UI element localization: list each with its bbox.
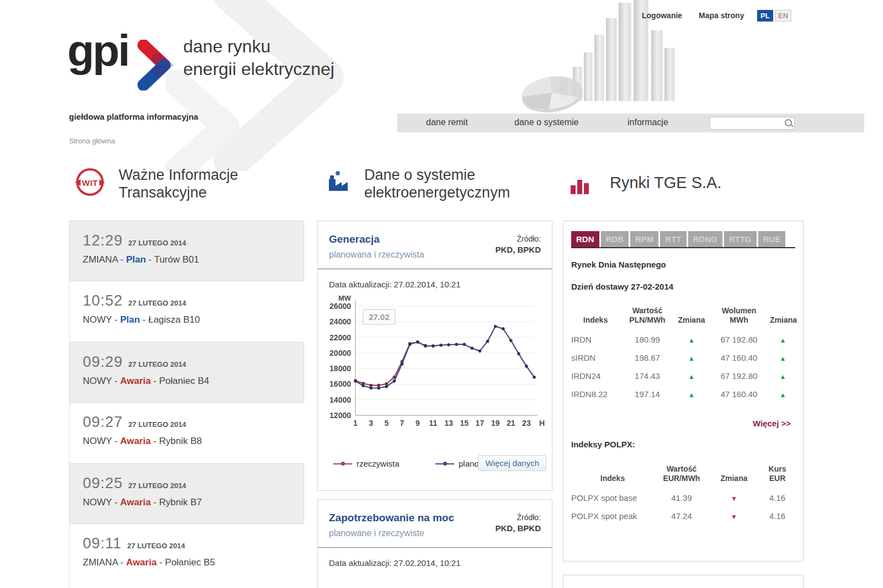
legend-item-rzeczywista: rzeczywista: [333, 459, 400, 468]
wit-entry-head: 09:2727 LUTEGO 2014: [83, 414, 304, 431]
wit-entry-date: 27 LUTEGO 2014: [129, 360, 187, 368]
rate-cell: 4.16: [759, 507, 796, 525]
tab-rtt[interactable]: RTT: [660, 231, 686, 247]
bar-chart-icon: [570, 175, 593, 196]
wit-icon: WIT: [76, 168, 104, 196]
more-data-button[interactable]: Więcej danych: [478, 455, 546, 471]
generation-line-chart: 1200014000160001800020000220002400026000…: [323, 293, 546, 439]
svg-text:H: H: [539, 419, 545, 427]
divider: [318, 547, 552, 548]
value-cell: 47.24: [654, 507, 709, 525]
tab-rttg[interactable]: RTTG: [724, 231, 757, 247]
wit-entry-action: NOWY: [83, 376, 112, 386]
breadcrumb[interactable]: Strona główna: [69, 137, 115, 145]
wit-entry-description: NOWY - Plan - Łagisza B10: [83, 314, 304, 325]
wit-entry[interactable]: 09:2527 LUTEGO 2014NOWY - Awaria - Rybni…: [70, 463, 304, 524]
table-header: Wartość PLN/MWh: [620, 303, 675, 330]
search-icon[interactable]: [785, 119, 792, 126]
table-header: Zmiana: [709, 471, 759, 489]
table-header: Indeks: [571, 312, 620, 330]
table-header: Zmiana: [770, 312, 796, 330]
change-cell: ▲: [770, 367, 796, 385]
wit-entry-date: 27 LUTEGO 2014: [129, 420, 187, 429]
index-name-cell: IRDN24: [571, 367, 620, 385]
svg-text:11: 11: [429, 419, 437, 427]
zapotrzebowanie-subtitle: planowane i rzeczywiste: [329, 528, 424, 538]
wit-entry-action: NOWY: [83, 436, 112, 446]
zapotrzebowanie-panel: Zapotrzebowanie na moc planowane i rzecz…: [317, 499, 552, 588]
wit-entry-description: NOWY - Awaria - Połaniec B4: [83, 376, 304, 387]
generacja-title[interactable]: Generacja: [329, 233, 380, 245]
wit-entry[interactable]: 09:1127 LUTEGO 2014ZMIANA - Awaria - Poł…: [70, 524, 304, 585]
wit-list: 12:2927 LUTEGO 2014ZMIANA - Plan - Turów…: [69, 221, 304, 588]
wit-entry-unit: Rybnik B7: [159, 497, 201, 507]
svg-text:5: 5: [384, 419, 389, 427]
sitemap-link[interactable]: Mapa strony: [699, 11, 744, 20]
svg-text:21: 21: [507, 419, 515, 427]
separator: -: [118, 254, 126, 265]
separator: -: [151, 497, 159, 507]
up-arrow-icon: ▲: [780, 373, 786, 381]
wit-entry[interactable]: 12:2927 LUTEGO 2014ZMIANA - Plan - Turów…: [70, 221, 304, 281]
up-arrow-icon: ▲: [780, 391, 786, 399]
wit-entry-type: Awaria: [120, 376, 151, 386]
nav-item-informacje[interactable]: informacje: [627, 117, 668, 127]
wit-entry-date: 27 LUTEGO 2014: [129, 482, 187, 490]
separator: -: [151, 436, 159, 446]
index-name-cell: IRDN8.22: [571, 385, 620, 403]
separator: -: [112, 314, 120, 325]
tabs-underline: [571, 247, 795, 248]
table-header: Indeks: [571, 471, 654, 489]
site-tagline: dane rynku energii elektrycznej: [183, 35, 334, 81]
volume-cell: 67 192.80: [708, 330, 770, 349]
divider: [318, 269, 552, 269]
gpi-logo-text[interactable]: gpi: [67, 29, 129, 73]
login-link[interactable]: Logowanie: [642, 11, 682, 20]
svg-text:15: 15: [460, 419, 469, 427]
down-arrow-icon: ▼: [731, 495, 737, 503]
wit-entry[interactable]: 09:2927 LUTEGO 2014NOWY - Awaria - Połan…: [70, 342, 304, 403]
wit-entry-unit: Łagisza B10: [148, 314, 200, 325]
search-input[interactable]: [711, 118, 784, 129]
background-chevron-watermark: [166, 0, 364, 171]
wit-entry-unit: Rybnik B8: [159, 436, 201, 446]
change-cell: ▼: [709, 507, 759, 525]
index-name-cell: sIRDN: [571, 349, 620, 367]
tab-rdn[interactable]: RDN: [571, 231, 599, 247]
language-en-button[interactable]: EN: [775, 10, 791, 22]
change-cell: ▲: [770, 349, 796, 367]
tab-rpm[interactable]: RPM: [630, 231, 658, 247]
polpx-index-table: IndeksWartość EUR/MWhZmianaKurs EURPOLPX…: [571, 461, 796, 525]
main-navbar: dane remit dane o systemie informacje: [397, 114, 864, 132]
svg-text:MW: MW: [338, 294, 352, 302]
svg-text:19: 19: [491, 419, 500, 427]
zapotrzebowanie-source-label: Źródło:: [517, 513, 541, 522]
wit-entry-head: 12:2927 LUTEGO 2014: [83, 232, 304, 249]
more-link[interactable]: Więcej >>: [753, 419, 791, 428]
change-cell: ▼: [709, 489, 759, 507]
wit-entry[interactable]: 09:2727 LUTEGO 2014NOWY - Awaria - Rybni…: [70, 403, 304, 463]
wit-entry-head: 09:1127 LUTEGO 2014: [83, 535, 304, 552]
wit-entry-description: ZMIANA - Plan - Turów B01: [83, 254, 304, 265]
svg-text:13: 13: [444, 419, 453, 427]
tab-rdng[interactable]: RDNG: [688, 231, 722, 247]
value-cell: 180.99: [620, 330, 675, 349]
svg-text:16000: 16000: [329, 379, 351, 388]
tab-rdb[interactable]: RDB: [601, 231, 629, 247]
table-header: Zmiana: [675, 312, 708, 330]
change-cell: ▲: [675, 367, 708, 385]
separator: -: [112, 497, 120, 507]
change-cell: ▲: [675, 349, 708, 367]
nav-item-dane-o-systemie[interactable]: dane o systemie: [514, 117, 579, 127]
nav-item-dane-remit[interactable]: dane remit: [426, 117, 468, 127]
system-section-title: Dane o systemie elektroenergetycznym: [364, 167, 510, 202]
up-arrow-icon: ▲: [688, 373, 695, 381]
value-cell: 41.39: [654, 489, 709, 507]
tab-rue[interactable]: RUE: [758, 231, 786, 247]
index-name-cell: IRDN: [571, 330, 620, 349]
wit-entry-time: 09:27: [83, 414, 123, 430]
zapotrzebowanie-title[interactable]: Zapotrzebowanie na moc: [329, 512, 454, 524]
language-pl-button[interactable]: PL: [757, 10, 773, 22]
wit-entry[interactable]: 10:5227 LUTEGO 2014NOWY - Plan - Łagisza…: [70, 281, 304, 342]
separator: -: [112, 436, 120, 446]
